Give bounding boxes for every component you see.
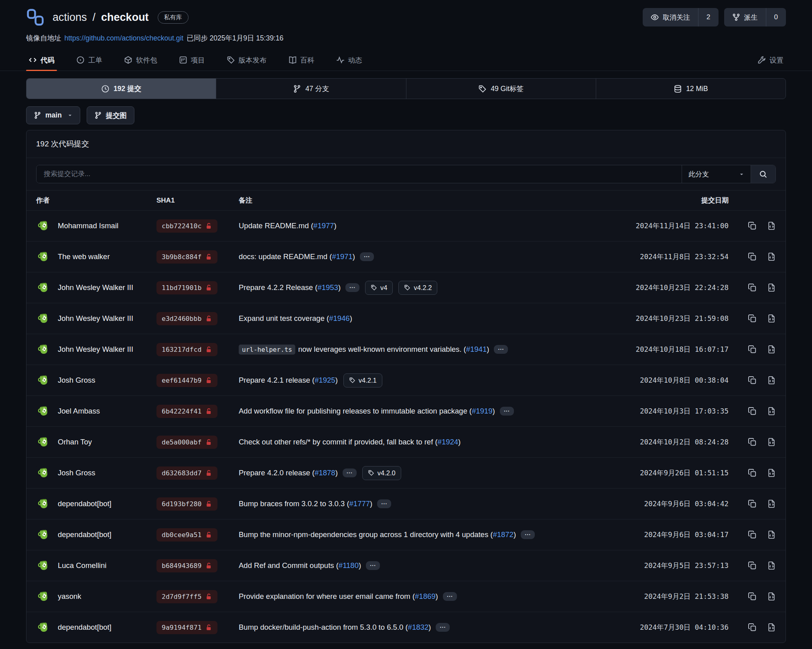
commit-sha-link[interactable]: db0cee9a51	[156, 528, 217, 542]
copy-sha-button[interactable]	[748, 314, 757, 323]
expand-commit-button[interactable]: ···	[343, 468, 357, 477]
commit-author-name[interactable]: John Wesley Walker III	[58, 283, 133, 292]
copy-sha-button[interactable]	[748, 438, 757, 446]
browse-source-button[interactable]	[767, 407, 776, 416]
browse-source-button[interactable]	[767, 221, 776, 230]
issue-link[interactable]: #1971	[332, 252, 352, 261]
browse-source-button[interactable]	[767, 592, 776, 601]
issue-link[interactable]: #1977	[313, 221, 334, 230]
repo-owner-link[interactable]: actions	[53, 11, 87, 24]
issue-link[interactable]: #1832	[408, 623, 428, 632]
copy-sha-button[interactable]	[748, 283, 757, 292]
commit-sha-link[interactable]: b684943689	[156, 559, 217, 572]
commit-author-name[interactable]: Joel Ambass	[58, 407, 100, 416]
commit-search-input[interactable]	[37, 165, 682, 183]
tab-wiki[interactable]: 百科	[286, 49, 317, 71]
expand-commit-button[interactable]: ···	[443, 592, 457, 601]
browse-source-button[interactable]	[767, 623, 776, 632]
issue-link[interactable]: #1925	[315, 376, 335, 385]
unwatch-button[interactable]: 取消关注 2	[643, 8, 718, 26]
browse-source-button[interactable]	[767, 561, 776, 570]
copy-sha-button[interactable]	[748, 530, 757, 539]
tag-button[interactable]: v4.2.1	[343, 373, 382, 387]
issue-link[interactable]: #1919	[472, 407, 492, 416]
commit-sha-link[interactable]: 163217dfcd	[156, 343, 217, 356]
commit-author-name[interactable]: Orhan Toy	[58, 438, 92, 446]
commit-sha-link[interactable]: 2d7d9f7ff5	[156, 590, 217, 603]
repo-name-link[interactable]: checkout	[101, 11, 149, 24]
copy-sha-button[interactable]	[748, 468, 757, 477]
commit-author-name[interactable]: dependabot[bot]	[58, 623, 112, 632]
forks-count[interactable]: 0	[766, 8, 786, 26]
issue-link[interactable]: #1941	[466, 345, 487, 354]
commit-sha-link[interactable]: de5a000abf	[156, 436, 217, 449]
copy-sha-button[interactable]	[748, 407, 757, 416]
expand-commit-button[interactable]: ···	[494, 345, 508, 354]
mirror-url-link[interactable]: https://github.com/actions/checkout.git	[65, 34, 184, 43]
search-button[interactable]	[751, 165, 775, 183]
commit-sha-link[interactable]: 11bd71901b	[156, 281, 217, 294]
issue-link[interactable]: #1872	[493, 530, 513, 539]
issue-link[interactable]: #1180	[339, 561, 359, 570]
tag-button[interactable]: v4.2.0	[362, 466, 401, 480]
expand-commit-button[interactable]: ···	[436, 623, 450, 632]
commit-sha-link[interactable]: cbb722410c	[156, 219, 217, 233]
commit-author-name[interactable]: Mohammad Ismail	[58, 221, 118, 230]
commit-sha-link[interactable]: eef61447b9	[156, 374, 217, 387]
tab-issues[interactable]: 工单	[74, 49, 105, 71]
browse-source-button[interactable]	[767, 376, 776, 385]
commit-author-name[interactable]: Josh Gross	[58, 376, 95, 385]
issue-link[interactable]: #1878	[315, 468, 335, 477]
copy-sha-button[interactable]	[748, 623, 757, 632]
tab-projects[interactable]: 项目	[177, 49, 207, 71]
commit-sha-link[interactable]: 6b42224f41	[156, 405, 217, 418]
commit-author-name[interactable]: The web walker	[58, 252, 110, 261]
stat-tags[interactable]: 49 Git标签	[406, 79, 596, 99]
browse-source-button[interactable]	[767, 314, 776, 323]
stat-branches[interactable]: 47 分支	[216, 79, 406, 99]
browse-source-button[interactable]	[767, 438, 776, 446]
commit-author-name[interactable]: John Wesley Walker III	[58, 314, 133, 323]
browse-source-button[interactable]	[767, 530, 776, 539]
tag-button[interactable]: v4	[365, 281, 393, 295]
copy-sha-button[interactable]	[748, 221, 757, 230]
commit-author-name[interactable]: dependabot[bot]	[58, 499, 112, 508]
commit-author-name[interactable]: John Wesley Walker III	[58, 345, 133, 354]
browse-source-button[interactable]	[767, 252, 776, 261]
browse-source-button[interactable]	[767, 468, 776, 477]
issue-link[interactable]: #1869	[415, 592, 435, 601]
copy-sha-button[interactable]	[748, 499, 757, 508]
stat-commits[interactable]: 192 提交	[26, 79, 216, 99]
browse-source-button[interactable]	[767, 345, 776, 354]
copy-sha-button[interactable]	[748, 376, 757, 385]
watchers-count[interactable]: 2	[698, 8, 718, 26]
issue-link[interactable]: #1953	[317, 283, 338, 292]
tab-settings[interactable]: 设置	[755, 49, 786, 71]
copy-sha-button[interactable]	[748, 592, 757, 601]
expand-commit-button[interactable]: ···	[377, 499, 391, 508]
commit-author-name[interactable]: yasonk	[58, 592, 81, 601]
commit-author-name[interactable]: Josh Gross	[58, 468, 95, 477]
branch-scope-dropdown[interactable]: 此分支	[682, 165, 751, 183]
commit-sha-link[interactable]: 6d193bf280	[156, 497, 217, 511]
copy-sha-button[interactable]	[748, 252, 757, 261]
browse-source-button[interactable]	[767, 499, 776, 508]
copy-sha-button[interactable]	[748, 561, 757, 570]
tab-releases[interactable]: 版本发布	[224, 49, 269, 71]
tab-activity[interactable]: 动态	[334, 49, 365, 71]
tag-button[interactable]: v4.2.2	[398, 281, 437, 295]
expand-commit-button[interactable]: ···	[345, 283, 359, 292]
tab-code[interactable]: 代码	[26, 49, 57, 71]
tab-packages[interactable]: 软件包	[122, 49, 160, 71]
fork-button[interactable]: 派生 0	[724, 8, 786, 26]
browse-source-button[interactable]	[767, 283, 776, 292]
issue-link[interactable]: #1777	[349, 499, 370, 508]
copy-sha-button[interactable]	[748, 345, 757, 354]
expand-commit-button[interactable]: ···	[521, 530, 535, 539]
issue-link[interactable]: #1924	[438, 438, 458, 446]
issue-link[interactable]: #1946	[329, 314, 349, 323]
commit-sha-link[interactable]: 9a9194f871	[156, 621, 217, 634]
expand-commit-button[interactable]: ···	[366, 561, 380, 570]
branch-selector[interactable]: main	[26, 106, 80, 124]
commit-sha-link[interactable]: 3b9b8c884f	[156, 250, 217, 264]
